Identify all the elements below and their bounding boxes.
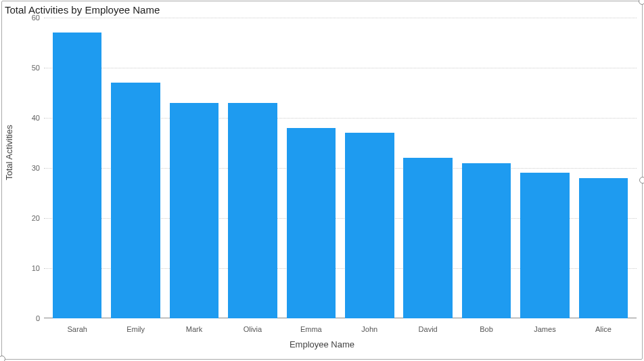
bar-slot: [457, 18, 515, 318]
y-tick-label: 20: [24, 214, 40, 222]
x-tick-label: Emily: [106, 325, 164, 333]
x-tick-label: Bob: [457, 325, 515, 333]
resize-handle-bottom-left[interactable]: [0, 356, 5, 361]
bar[interactable]: [111, 83, 160, 318]
bar-slot: [106, 18, 164, 318]
x-tick-label: Alice: [574, 325, 632, 333]
x-tick-label: Sarah: [48, 325, 106, 333]
x-tick-label: Emma: [282, 325, 340, 333]
resize-handle-middle-right[interactable]: [639, 177, 644, 184]
bar-slot: [165, 18, 223, 318]
y-axis-title: Total Activities: [4, 125, 14, 180]
y-tick-label: 30: [24, 164, 40, 172]
bar[interactable]: [403, 158, 453, 318]
bar-slot: [515, 18, 574, 318]
x-tick-label: Olivia: [223, 325, 281, 333]
bars-container: [44, 18, 637, 318]
bar-slot: [574, 18, 632, 318]
bar[interactable]: [345, 133, 394, 318]
bar[interactable]: [520, 173, 570, 318]
y-tick-label: 10: [24, 264, 40, 272]
x-axis-title: Employee Name: [2, 339, 642, 349]
x-tick-label: James: [515, 325, 574, 333]
y-tick-label: 40: [24, 114, 40, 122]
bar[interactable]: [53, 33, 102, 318]
bar[interactable]: [579, 178, 628, 318]
bar-slot: [398, 18, 457, 318]
y-tick-label: 50: [24, 64, 40, 72]
bar[interactable]: [287, 128, 336, 318]
bar[interactable]: [170, 103, 219, 318]
y-tick-label: 0: [24, 314, 40, 322]
bar-slot: [48, 18, 106, 318]
x-labels: SarahEmilyMarkOliviaEmmaJohnDavidBobJame…: [44, 325, 637, 333]
bar-slot: [340, 18, 398, 318]
resize-handle-top-right[interactable]: [639, 0, 644, 5]
x-tick-label: Mark: [165, 325, 223, 333]
bar[interactable]: [228, 103, 277, 318]
x-tick-label: David: [398, 325, 457, 333]
y-tick-label: 60: [24, 14, 40, 22]
bar-slot: [223, 18, 281, 318]
plot-area: 0102030405060: [44, 18, 637, 318]
chart-frame[interactable]: Total Activities by Employee Name Total …: [1, 1, 643, 360]
bar[interactable]: [462, 163, 511, 318]
bar-slot: [282, 18, 340, 318]
x-tick-label: John: [340, 325, 398, 333]
